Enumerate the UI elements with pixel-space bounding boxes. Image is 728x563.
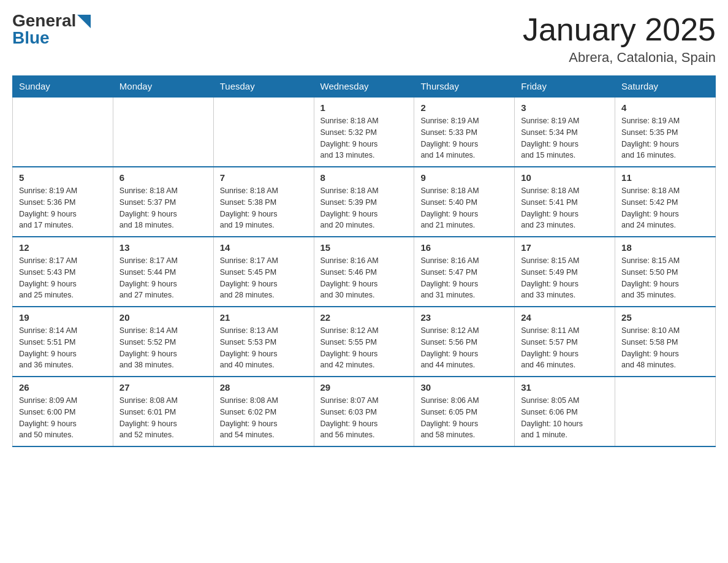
day-info: Sunrise: 8:05 AMSunset: 6:06 PMDaylight:… — [521, 395, 609, 441]
day-info: Sunrise: 8:07 AMSunset: 6:03 PMDaylight:… — [320, 395, 408, 441]
day-number: 30 — [420, 382, 508, 393]
column-header-friday: Friday — [515, 76, 615, 98]
calendar-cell: 24Sunrise: 8:11 AMSunset: 5:57 PMDayligh… — [515, 307, 615, 377]
calendar-cell — [213, 97, 314, 167]
logo-triangle-icon — [77, 15, 91, 28]
day-info: Sunrise: 8:19 AMSunset: 5:35 PMDaylight:… — [621, 115, 709, 161]
svg-marker-0 — [77, 15, 91, 28]
day-number: 7 — [220, 172, 308, 183]
day-number: 29 — [320, 382, 408, 393]
day-number: 20 — [119, 312, 207, 323]
calendar-week-row: 5Sunrise: 8:19 AMSunset: 5:36 PMDaylight… — [13, 167, 716, 237]
calendar-cell: 11Sunrise: 8:18 AMSunset: 5:42 PMDayligh… — [615, 167, 716, 237]
calendar-cell: 15Sunrise: 8:16 AMSunset: 5:46 PMDayligh… — [314, 237, 414, 307]
calendar-cell: 20Sunrise: 8:14 AMSunset: 5:52 PMDayligh… — [113, 307, 213, 377]
day-info: Sunrise: 8:18 AMSunset: 5:32 PMDaylight:… — [320, 115, 408, 161]
day-info: Sunrise: 8:16 AMSunset: 5:47 PMDaylight:… — [420, 255, 508, 301]
day-number: 10 — [521, 172, 609, 183]
day-number: 1 — [320, 102, 408, 113]
day-info: Sunrise: 8:10 AMSunset: 5:58 PMDaylight:… — [621, 325, 709, 371]
calendar-cell: 18Sunrise: 8:15 AMSunset: 5:50 PMDayligh… — [615, 237, 716, 307]
column-header-monday: Monday — [113, 76, 213, 98]
day-number: 12 — [19, 242, 107, 253]
day-info: Sunrise: 8:18 AMSunset: 5:42 PMDaylight:… — [621, 185, 709, 231]
day-info: Sunrise: 8:15 AMSunset: 5:49 PMDaylight:… — [521, 255, 609, 301]
day-info: Sunrise: 8:06 AMSunset: 6:05 PMDaylight:… — [420, 395, 508, 441]
day-number: 6 — [119, 172, 207, 183]
day-info: Sunrise: 8:18 AMSunset: 5:40 PMDaylight:… — [420, 185, 508, 231]
day-number: 2 — [420, 102, 508, 113]
calendar-cell: 14Sunrise: 8:17 AMSunset: 5:45 PMDayligh… — [213, 237, 314, 307]
day-info: Sunrise: 8:18 AMSunset: 5:37 PMDaylight:… — [119, 185, 207, 231]
day-info: Sunrise: 8:12 AMSunset: 5:55 PMDaylight:… — [320, 325, 408, 371]
column-header-saturday: Saturday — [615, 76, 716, 98]
day-number: 19 — [19, 312, 107, 323]
day-info: Sunrise: 8:19 AMSunset: 5:33 PMDaylight:… — [420, 115, 508, 161]
day-number: 5 — [19, 172, 107, 183]
calendar-cell: 28Sunrise: 8:08 AMSunset: 6:02 PMDayligh… — [213, 377, 314, 446]
day-info: Sunrise: 8:12 AMSunset: 5:56 PMDaylight:… — [420, 325, 508, 371]
day-number: 15 — [320, 242, 408, 253]
day-info: Sunrise: 8:17 AMSunset: 5:43 PMDaylight:… — [19, 255, 107, 301]
day-info: Sunrise: 8:08 AMSunset: 6:01 PMDaylight:… — [119, 395, 207, 441]
calendar-cell: 5Sunrise: 8:19 AMSunset: 5:36 PMDaylight… — [13, 167, 113, 237]
logo: General Blue — [12, 12, 91, 47]
calendar-header-row: SundayMondayTuesdayWednesdayThursdayFrid… — [13, 76, 716, 98]
calendar-week-row: 19Sunrise: 8:14 AMSunset: 5:51 PMDayligh… — [13, 307, 716, 377]
day-info: Sunrise: 8:14 AMSunset: 5:52 PMDaylight:… — [119, 325, 207, 371]
day-number: 28 — [220, 382, 308, 393]
calendar-cell: 2Sunrise: 8:19 AMSunset: 5:33 PMDaylight… — [414, 97, 515, 167]
day-info: Sunrise: 8:18 AMSunset: 5:39 PMDaylight:… — [320, 185, 408, 231]
day-number: 31 — [521, 382, 609, 393]
calendar-cell: 27Sunrise: 8:08 AMSunset: 6:01 PMDayligh… — [113, 377, 213, 446]
day-number: 27 — [119, 382, 207, 393]
calendar-cell: 12Sunrise: 8:17 AMSunset: 5:43 PMDayligh… — [13, 237, 113, 307]
day-number: 13 — [119, 242, 207, 253]
calendar-week-row: 1Sunrise: 8:18 AMSunset: 5:32 PMDaylight… — [13, 97, 716, 167]
day-info: Sunrise: 8:08 AMSunset: 6:02 PMDaylight:… — [220, 395, 308, 441]
day-number: 14 — [220, 242, 308, 253]
calendar-cell: 29Sunrise: 8:07 AMSunset: 6:03 PMDayligh… — [314, 377, 414, 446]
calendar-cell — [113, 97, 213, 167]
calendar-cell: 31Sunrise: 8:05 AMSunset: 6:06 PMDayligh… — [515, 377, 615, 446]
calendar-cell: 4Sunrise: 8:19 AMSunset: 5:35 PMDaylight… — [615, 97, 716, 167]
calendar-cell: 16Sunrise: 8:16 AMSunset: 5:47 PMDayligh… — [414, 237, 515, 307]
logo-blue-text: Blue — [12, 29, 50, 47]
title-area: January 2025 Abrera, Catalonia, Spain — [523, 12, 716, 66]
calendar-cell: 19Sunrise: 8:14 AMSunset: 5:51 PMDayligh… — [13, 307, 113, 377]
calendar-week-row: 26Sunrise: 8:09 AMSunset: 6:00 PMDayligh… — [13, 377, 716, 446]
logo-general-text: General — [12, 12, 76, 29]
day-number: 18 — [621, 242, 709, 253]
day-info: Sunrise: 8:15 AMSunset: 5:50 PMDaylight:… — [621, 255, 709, 301]
calendar-cell: 25Sunrise: 8:10 AMSunset: 5:58 PMDayligh… — [615, 307, 716, 377]
calendar-cell: 3Sunrise: 8:19 AMSunset: 5:34 PMDaylight… — [515, 97, 615, 167]
calendar-cell: 26Sunrise: 8:09 AMSunset: 6:00 PMDayligh… — [13, 377, 113, 446]
calendar-cell: 6Sunrise: 8:18 AMSunset: 5:37 PMDaylight… — [113, 167, 213, 237]
day-number: 3 — [521, 102, 609, 113]
day-number: 24 — [521, 312, 609, 323]
day-info: Sunrise: 8:19 AMSunset: 5:36 PMDaylight:… — [19, 185, 107, 231]
day-number: 21 — [220, 312, 308, 323]
location-text: Abrera, Catalonia, Spain — [523, 50, 716, 66]
calendar-cell: 23Sunrise: 8:12 AMSunset: 5:56 PMDayligh… — [414, 307, 515, 377]
calendar-cell: 30Sunrise: 8:06 AMSunset: 6:05 PMDayligh… — [414, 377, 515, 446]
day-number: 4 — [621, 102, 709, 113]
day-info: Sunrise: 8:13 AMSunset: 5:53 PMDaylight:… — [220, 325, 308, 371]
day-number: 25 — [621, 312, 709, 323]
calendar-week-row: 12Sunrise: 8:17 AMSunset: 5:43 PMDayligh… — [13, 237, 716, 307]
day-number: 23 — [420, 312, 508, 323]
calendar-table: SundayMondayTuesdayWednesdayThursdayFrid… — [12, 75, 716, 447]
column-header-sunday: Sunday — [13, 76, 113, 98]
day-number: 26 — [19, 382, 107, 393]
day-number: 16 — [420, 242, 508, 253]
day-info: Sunrise: 8:17 AMSunset: 5:44 PMDaylight:… — [119, 255, 207, 301]
calendar-cell — [615, 377, 716, 446]
day-info: Sunrise: 8:19 AMSunset: 5:34 PMDaylight:… — [521, 115, 609, 161]
day-number: 11 — [621, 172, 709, 183]
calendar-cell — [13, 97, 113, 167]
calendar-cell: 1Sunrise: 8:18 AMSunset: 5:32 PMDaylight… — [314, 97, 414, 167]
calendar-cell: 22Sunrise: 8:12 AMSunset: 5:55 PMDayligh… — [314, 307, 414, 377]
calendar-cell: 8Sunrise: 8:18 AMSunset: 5:39 PMDaylight… — [314, 167, 414, 237]
day-number: 8 — [320, 172, 408, 183]
calendar-cell: 7Sunrise: 8:18 AMSunset: 5:38 PMDaylight… — [213, 167, 314, 237]
